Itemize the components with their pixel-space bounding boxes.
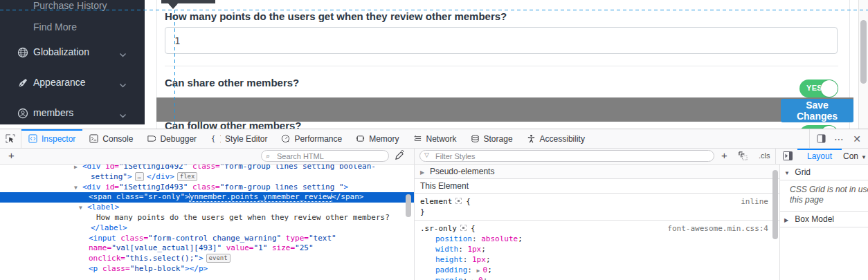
node-badge[interactable]: … [135, 172, 144, 181]
highlight-selector-icon[interactable] [460, 225, 467, 231]
code-segment-tag: </div> [147, 172, 174, 181]
expand-declaration-icon[interactable]: ▶ [472, 276, 478, 280]
meatball-menu-icon[interactable]: ⋯ [831, 131, 847, 147]
tab-computed[interactable]: Con [843, 149, 858, 164]
expand-declaration-icon[interactable]: ▶ [477, 265, 483, 276]
markup-view[interactable]: ▶<div id="iSettingId492" class="form-gro… [0, 165, 414, 280]
grid-section-header[interactable]: ▼ Grid [780, 165, 868, 180]
highlight-selector-icon[interactable] [455, 198, 462, 204]
page-scrollbar[interactable] [858, 0, 868, 129]
sidebar-item-find-more[interactable]: Find More [33, 21, 77, 32]
points-input[interactable] [165, 27, 838, 54]
devtools-tab-memory[interactable]: Memory [349, 129, 406, 148]
question-follow-label: Can follow other members? [165, 120, 302, 129]
share-toggle[interactable]: YES [799, 80, 838, 97]
tab-label: Memory [369, 134, 399, 144]
code-segment-atn: onclick= [89, 254, 125, 263]
markup-line[interactable]: onclick="this.select();">event [0, 254, 414, 264]
code-segment-tag: > [199, 254, 204, 263]
markup-line[interactable]: <input class="form-control change_warnin… [0, 234, 414, 244]
markup-line[interactable]: How many points do the users get when th… [0, 213, 414, 223]
rule-source-link[interactable]: inline [741, 196, 768, 207]
debugger-icon [147, 134, 156, 143]
pseudo-class-panel-icon[interactable] [738, 151, 748, 162]
code-segment-atv: "1" [253, 243, 267, 252]
devtools-tab-performance[interactable]: Performance [274, 129, 349, 148]
sidebar-item-members[interactable]: members [33, 107, 73, 118]
element-picker-button[interactable] [0, 129, 21, 148]
markup-line[interactable]: name="val[value_actual][493]" value="1" … [0, 243, 414, 254]
code-segment-txt: How many points do the users get when th… [96, 213, 390, 222]
markup-line[interactable]: ▼<div id="iSettingId493" class="form-gro… [0, 183, 414, 193]
filter-icon: ▽ [424, 151, 429, 158]
rule-selector[interactable]: element{inline [415, 196, 779, 207]
devtools-tab-network[interactable]: Network [406, 129, 464, 148]
devtools-tab-console[interactable]: Console [82, 129, 140, 148]
code-segment-tag: <div [82, 165, 105, 171]
memory-icon [356, 134, 365, 143]
markup-line[interactable]: ▶<div id="iSettingId492" class="form-gro… [0, 165, 414, 172]
close-devtools-icon[interactable]: ✕ [849, 131, 865, 147]
tab-label: Performance [294, 134, 342, 144]
node-badge[interactable]: flex [177, 172, 198, 181]
devtools-tab-style-editor[interactable]: { }Style Editor [204, 129, 274, 148]
save-changes-button[interactable]: Save Changes [781, 99, 853, 122]
search-html-input[interactable] [261, 150, 389, 162]
rules-view[interactable]: ▶Pseudo-elements This Element element{in… [415, 165, 779, 280]
devtools-tab-inspector[interactable]: Inspector [21, 129, 82, 148]
code-segment-atv: setting" [91, 172, 127, 181]
rule-selector[interactable]: .sr-only{font-awesome.min.css:4 [415, 223, 779, 234]
sidebar-item-globalization[interactable]: Globalization [33, 46, 89, 57]
filter-styles-input[interactable] [419, 150, 714, 162]
question-share-label: Can share other members? [165, 77, 299, 88]
code-segment-tag: </span> [332, 192, 363, 201]
markup-line[interactable]: </label> [0, 223, 414, 234]
code-segment-atn: size= [272, 243, 295, 252]
console-icon [89, 134, 98, 143]
storage-icon [471, 134, 480, 143]
rule-source-link[interactable]: font-awesome.min.css:4 [667, 223, 768, 234]
markup-line[interactable]: <p class="help-block"></p> [0, 264, 414, 274]
code-segment-tag [281, 234, 286, 243]
code-segment-tag: > [185, 192, 190, 201]
page-scrollbar-thumb[interactable] [860, 20, 867, 84]
devtools-tab-storage[interactable]: Storage [464, 129, 520, 148]
code-segment-atv: "form-control change_warning" [148, 234, 281, 243]
sidebar-item-label: members [33, 107, 73, 118]
sidebar-toggle-icon[interactable] [783, 151, 793, 162]
css-declaration[interactable]: width: 1px; [415, 244, 779, 254]
tab-layout[interactable]: Layout [797, 149, 842, 164]
markup-line[interactable]: ▼<label> [0, 203, 414, 213]
toggle-classes-button[interactable]: .cls [759, 151, 770, 160]
markup-line-selected[interactable]: <span class="sr-only">ynmember.points_yn… [0, 192, 414, 203]
code-segment-atv: "sr-only" [144, 192, 186, 201]
sidebar-item-appearance[interactable]: Appearance [33, 77, 86, 88]
toolbar-divider-2 [775, 149, 776, 164]
css-declaration[interactable]: position: absolute; [415, 234, 779, 244]
devtools-tab-accessibility[interactable]: Accessibility [520, 129, 592, 148]
node-badge[interactable]: event [206, 254, 230, 263]
dock-side-icon[interactable] [813, 131, 829, 147]
tab-label: Style Editor [225, 134, 267, 144]
code-segment-arw[interactable]: ▼ [79, 203, 87, 214]
box-model-section-header[interactable]: ▶ Box Model [780, 212, 868, 227]
css-declaration[interactable]: height: 1px; [415, 254, 779, 265]
tabs-dropdown-icon[interactable]: ▼ [861, 154, 867, 160]
css-declaration[interactable]: padding: ▶0; [415, 265, 779, 275]
markup-scrollbar-thumb[interactable] [406, 194, 411, 217]
devtools-tabbar: InspectorConsoleDebugger{ }Style EditorP… [0, 129, 868, 149]
code-segment-tag: </label> [91, 223, 127, 232]
rules-scrollbar-thumb[interactable] [772, 170, 778, 239]
markup-line[interactable]: setting">…</div>flex [0, 172, 414, 183]
code-segment-atv: "iSettingId492" [119, 165, 188, 171]
pseudo-elements-header[interactable]: ▶Pseudo-elements [415, 165, 779, 179]
grid-message: CSS Grid is not in use on this page [780, 180, 868, 212]
add-node-button[interactable]: + [8, 149, 15, 161]
css-declaration[interactable]: margin: ▶0; [415, 275, 779, 280]
chevron-down-icon [119, 110, 127, 115]
devtools-tab-debugger[interactable]: Debugger [140, 129, 204, 148]
add-rule-button[interactable]: + [721, 149, 727, 161]
code-segment-arw[interactable]: ▼ [74, 183, 82, 194]
screen: Purchase HistoryFind MoreGlobalizationAp… [0, 0, 868, 280]
eyedropper-icon[interactable] [395, 150, 405, 162]
